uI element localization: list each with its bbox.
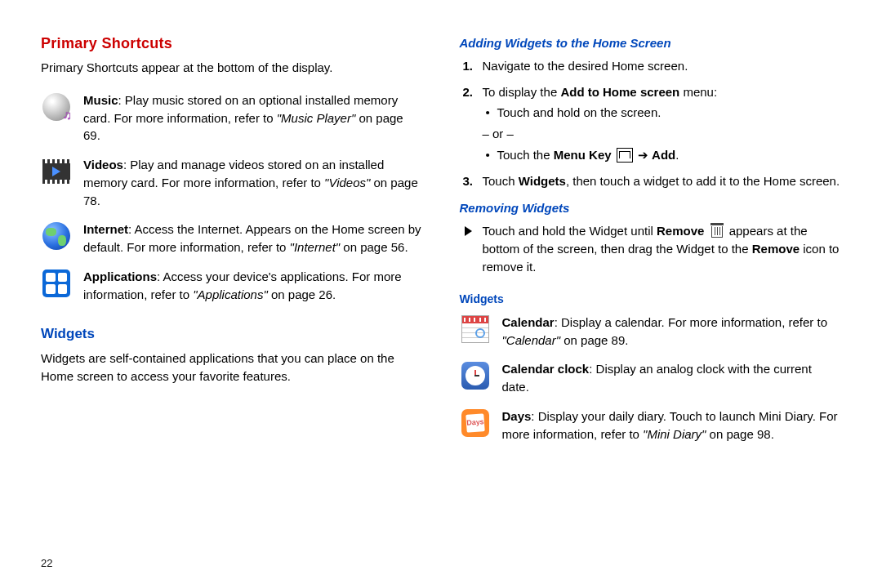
primary-shortcuts-intro: Primary Shortcuts appear at the bottom o…	[41, 59, 423, 77]
right-column: Adding Widgets to the Home Screen Naviga…	[460, 33, 842, 572]
row-videos: Videos: Play and manage videos stored on…	[41, 156, 423, 209]
left-column: Primary Shortcuts Primary Shortcuts appe…	[41, 33, 423, 572]
apps-icon	[41, 268, 72, 299]
removing-widgets-item: Touch and hold the Widget until Remove a…	[483, 222, 842, 276]
or-separator: – or –	[483, 125, 842, 143]
row-days: Days Days: Display your daily diary. Tou…	[460, 408, 842, 443]
globe-icon	[41, 220, 72, 252]
row-calendar: Calendar: Display a calendar. For more i…	[460, 314, 842, 350]
step-2-bullets: Touch and hold on the screen.	[483, 104, 842, 122]
calendar-text: Calendar: Display a calendar. For more i…	[502, 314, 842, 350]
step-2-bullet-2: Touch the Menu Key ➔ Add.	[497, 146, 842, 164]
music-icon	[41, 91, 72, 122]
heading-widgets-list: Widgets	[460, 291, 842, 307]
days-text: Days: Display your daily diary. Touch to…	[502, 408, 842, 443]
videos-icon	[41, 156, 72, 187]
calendar-clock-text: Calendar clock: Display an analog clock …	[502, 360, 842, 396]
videos-text: Videos: Play and manage videos stored on…	[83, 156, 423, 209]
adding-widgets-steps: Navigate to the desired Home screen. To …	[460, 57, 842, 198]
calendar-icon	[460, 314, 491, 345]
heading-removing-widgets: Removing Widgets	[460, 199, 842, 217]
step-2: To display the Add to Home screen menu: …	[483, 83, 842, 164]
menu-key-icon	[617, 148, 633, 163]
step-3: Touch Widgets, then touch a widget to ad…	[483, 172, 842, 190]
row-music: Music: Play music stored on an optional …	[41, 91, 423, 145]
heading-widgets: Widgets	[41, 324, 423, 345]
row-applications: Applications: Access your device's appli…	[41, 268, 423, 304]
calendar-clock-icon	[460, 360, 491, 391]
applications-text: Applications: Access your device's appli…	[83, 268, 423, 304]
heading-primary-shortcuts: Primary Shortcuts	[41, 33, 423, 54]
music-text: Music: Play music stored on an optional …	[83, 91, 423, 145]
step-1: Navigate to the desired Home screen.	[483, 57, 842, 75]
heading-adding-widgets: Adding Widgets to the Home Screen	[460, 34, 842, 52]
widgets-intro: Widgets are self-contained applications …	[41, 350, 423, 385]
trash-icon	[710, 223, 724, 239]
row-internet: Internet: Access the Internet. Appears o…	[41, 220, 423, 256]
days-icon: Days	[460, 408, 491, 439]
removing-widgets-list: Touch and hold the Widget until Remove a…	[460, 222, 842, 284]
internet-text: Internet: Access the Internet. Appears o…	[83, 220, 423, 256]
page-number: 22	[41, 556, 52, 572]
step-2-bullet-1: Touch and hold on the screen.	[497, 104, 842, 122]
row-calendar-clock: Calendar clock: Display an analog clock …	[460, 360, 842, 396]
